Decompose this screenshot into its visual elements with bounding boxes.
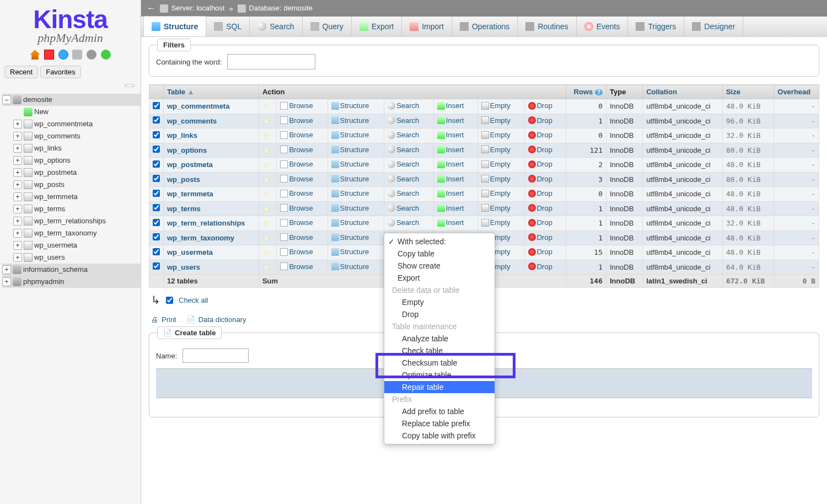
- star-icon[interactable]: [262, 234, 270, 242]
- hdr-collation[interactable]: Collation: [643, 85, 723, 99]
- dropdown-item[interactable]: Show create: [384, 260, 495, 272]
- dropdown-item[interactable]: Export: [384, 272, 495, 284]
- action-browse[interactable]: Browse: [280, 262, 313, 271]
- settings-icon[interactable]: [87, 50, 96, 60]
- action-drop[interactable]: Drop: [528, 146, 552, 154]
- action-empty[interactable]: Empty: [481, 146, 511, 154]
- reload-icon[interactable]: [101, 50, 111, 60]
- tree-item[interactable]: wp_posts: [2, 179, 141, 191]
- star-icon[interactable]: [262, 117, 270, 125]
- action-drop[interactable]: Drop: [528, 116, 552, 125]
- hdr-table[interactable]: Table ▲: [164, 85, 259, 99]
- create-name-input[interactable]: [182, 348, 249, 363]
- row-checkbox[interactable]: [153, 262, 160, 270]
- action-search[interactable]: Search: [388, 101, 419, 110]
- action-structure[interactable]: Structure: [331, 248, 369, 256]
- action-insert[interactable]: Insert: [437, 160, 464, 168]
- action-insert[interactable]: Insert: [437, 189, 464, 197]
- row-checkbox[interactable]: [153, 102, 160, 109]
- checkall-link[interactable]: Check all: [179, 296, 208, 304]
- dropdown-item[interactable]: Repair table: [384, 381, 495, 393]
- action-browse[interactable]: Browse: [280, 160, 313, 168]
- action-browse[interactable]: Browse: [280, 204, 313, 212]
- docs-icon[interactable]: [58, 50, 68, 60]
- star-icon[interactable]: [262, 191, 270, 199]
- info-icon[interactable]: ?: [595, 89, 603, 95]
- tab-routines[interactable]: Routines: [518, 17, 576, 36]
- filter-input[interactable]: [227, 54, 315, 69]
- row-checkbox[interactable]: [153, 131, 160, 138]
- star-icon[interactable]: [262, 103, 270, 111]
- checkall-checkbox[interactable]: [166, 297, 173, 304]
- action-browse[interactable]: Browse: [280, 189, 313, 197]
- row-checkbox[interactable]: [153, 175, 160, 182]
- tree-item[interactable]: information_schema: [2, 264, 141, 276]
- tab-operations[interactable]: Operations: [452, 17, 518, 36]
- tab-query[interactable]: Query: [303, 17, 352, 36]
- action-insert[interactable]: Insert: [437, 218, 464, 227]
- action-search[interactable]: Search: [388, 189, 419, 197]
- action-empty[interactable]: Empty: [481, 160, 511, 168]
- action-search[interactable]: Search: [388, 160, 419, 168]
- action-structure[interactable]: Structure: [331, 175, 369, 183]
- tree-item[interactable]: wp_links: [2, 142, 141, 154]
- dropdown-item[interactable]: With selected:: [384, 235, 495, 248]
- action-empty[interactable]: Empty: [481, 204, 511, 212]
- back-arrow-icon[interactable]: ←: [147, 3, 155, 13]
- row-checkbox[interactable]: [153, 146, 160, 153]
- action-empty[interactable]: Empty: [481, 218, 511, 227]
- tree-item[interactable]: phpmyadmin: [2, 276, 141, 288]
- tree-item[interactable]: New: [2, 106, 141, 118]
- star-icon[interactable]: [262, 205, 270, 213]
- action-drop[interactable]: Drop: [528, 262, 552, 271]
- tree-expander-icon[interactable]: [13, 241, 22, 250]
- action-structure[interactable]: Structure: [331, 233, 369, 242]
- action-search[interactable]: Search: [388, 175, 419, 183]
- row-checkbox[interactable]: [153, 233, 160, 240]
- dropdown-item[interactable]: Copy table with prefix: [384, 430, 495, 442]
- breadcrumb-server[interactable]: Server: localhost: [160, 4, 224, 13]
- table-link[interactable]: wp_commentmeta: [167, 102, 229, 110]
- star-icon[interactable]: [262, 264, 270, 271]
- tree-item[interactable]: wp_comments: [2, 130, 141, 142]
- tree-item[interactable]: wp_options: [2, 154, 141, 167]
- table-link[interactable]: wp_postmeta: [167, 160, 213, 169]
- dropdown-item[interactable]: Drop: [384, 308, 495, 320]
- action-search[interactable]: Search: [388, 146, 419, 154]
- panel-link-icon[interactable]: ⊂⊃: [0, 81, 141, 93]
- action-structure[interactable]: Structure: [331, 131, 369, 139]
- action-browse[interactable]: Browse: [280, 146, 313, 154]
- action-browse[interactable]: Browse: [280, 175, 313, 183]
- action-search[interactable]: Search: [388, 131, 419, 139]
- tree-item[interactable]: wp_usermeta: [2, 239, 141, 251]
- action-browse[interactable]: Browse: [280, 101, 313, 110]
- favorites-tab[interactable]: Favorites: [40, 66, 80, 78]
- tab-events[interactable]: Events: [577, 17, 629, 36]
- row-checkbox[interactable]: [153, 116, 160, 124]
- action-drop[interactable]: Drop: [528, 175, 552, 183]
- action-insert[interactable]: Insert: [437, 101, 464, 110]
- dropdown-item[interactable]: Replace table prefix: [384, 417, 495, 430]
- action-structure[interactable]: Structure: [331, 218, 369, 227]
- row-checkbox[interactable]: [153, 219, 160, 226]
- table-link[interactable]: wp_options: [167, 146, 207, 154]
- tab-search[interactable]: Search: [250, 17, 302, 36]
- table-link[interactable]: wp_term_taxonomy: [167, 234, 234, 242]
- tree-expander-icon[interactable]: [2, 265, 11, 274]
- tree-expander-icon[interactable]: [13, 120, 22, 128]
- action-structure[interactable]: Structure: [331, 146, 369, 154]
- dropdown-item[interactable]: Add prefix to table: [384, 405, 495, 417]
- action-empty[interactable]: Empty: [481, 189, 511, 197]
- dropdown-item[interactable]: Check table: [384, 345, 495, 357]
- table-link[interactable]: wp_posts: [167, 175, 200, 184]
- action-structure[interactable]: Structure: [331, 116, 369, 125]
- tab-triggers[interactable]: Triggers: [628, 17, 684, 36]
- dropdown-item[interactable]: Copy table: [384, 248, 495, 260]
- tree-expander-icon[interactable]: [13, 217, 22, 226]
- tree-item[interactable]: wp_postmeta: [2, 167, 141, 179]
- tree-item[interactable]: wp_commentmeta: [2, 118, 141, 130]
- action-browse[interactable]: Browse: [280, 131, 313, 139]
- star-icon[interactable]: [262, 147, 270, 154]
- tree-expander-icon[interactable]: [13, 253, 22, 262]
- data-dictionary-link[interactable]: Data dictionary: [198, 315, 246, 324]
